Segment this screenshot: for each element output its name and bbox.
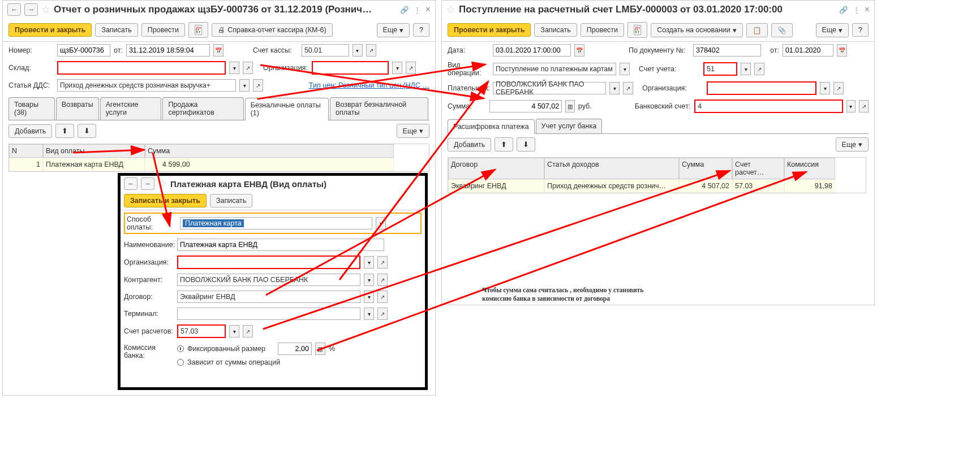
radio-fixed[interactable]: Фиксированный размер ▥ % xyxy=(177,343,335,355)
nav-fwd-button[interactable]: → xyxy=(141,177,154,190)
open-icon[interactable]: ↗ xyxy=(243,62,253,74)
calendar-icon[interactable]: 📅 xyxy=(837,44,847,57)
dropdown-icon[interactable]: ▾ xyxy=(846,100,856,112)
create-based-button[interactable]: Создать на основании ▾ xyxy=(651,23,743,37)
help-button[interactable]: ? xyxy=(852,23,869,37)
open-icon[interactable]: ↗ xyxy=(377,274,388,286)
price-type-link[interactable]: Тип цен: Розничный тип цен (НДС … xyxy=(309,81,429,89)
dt-kt-button[interactable]: ДтКт xyxy=(188,22,208,38)
payer-select[interactable]: ПОВОЛЖСКИЙ БАНК ПАО СБЕРБАНК xyxy=(493,82,606,94)
tab-bank-services[interactable]: Учет услуг банка xyxy=(536,119,603,133)
move-up-button[interactable]: ⬆ xyxy=(55,124,74,138)
account-select[interactable]: 50.01 xyxy=(302,44,349,57)
cell-sum[interactable]: 4 507,02 xyxy=(679,179,732,193)
dropdown-icon[interactable]: ▾ xyxy=(376,217,386,229)
cell-acc[interactable]: 57.03 xyxy=(732,179,784,193)
radio-depends[interactable]: Зависит от суммы операций xyxy=(177,358,335,366)
post-button[interactable]: Провести xyxy=(581,23,624,37)
org-select[interactable] xyxy=(312,61,389,75)
tab-cert[interactable]: Продажа сертификатов xyxy=(162,97,243,120)
tab-agent[interactable]: Агентские услуги xyxy=(100,97,162,120)
close-icon[interactable]: × xyxy=(425,5,431,15)
warehouse-select[interactable] xyxy=(57,61,226,75)
more-menu-icon[interactable]: ⋮ xyxy=(414,6,421,14)
open-icon[interactable]: ↗ xyxy=(833,82,844,94)
star-icon[interactable]: ☆ xyxy=(446,3,455,16)
dropdown-icon[interactable]: ▾ xyxy=(364,308,374,320)
date-input[interactable] xyxy=(126,44,210,57)
nav-back-button[interactable]: ← xyxy=(124,177,137,190)
dropdown-icon[interactable]: ▾ xyxy=(364,256,374,269)
add-button[interactable]: Добавить xyxy=(8,124,52,138)
more-menu-icon[interactable]: ⋮ xyxy=(853,6,860,14)
attach-button[interactable]: 📎 xyxy=(771,23,793,37)
help-button[interactable]: ? xyxy=(413,23,429,37)
post-button[interactable]: Провести xyxy=(141,23,185,37)
star-icon[interactable]: ☆ xyxy=(158,177,167,190)
link-icon[interactable]: 🔗 xyxy=(839,6,848,14)
dropdown-icon[interactable]: ▾ xyxy=(364,274,374,286)
sum-input[interactable] xyxy=(489,100,562,112)
cell-pay[interactable]: Платежная карта ЕНВД xyxy=(43,158,145,171)
acc-select[interactable]: 51 xyxy=(703,62,737,76)
org-select[interactable] xyxy=(707,81,816,95)
close-icon[interactable]: × xyxy=(865,5,870,15)
tab-goods[interactable]: Товары (38) xyxy=(8,97,55,120)
nav-back-button[interactable]: ← xyxy=(7,3,21,16)
fixed-rate-input[interactable] xyxy=(278,343,312,355)
open-icon[interactable]: ↗ xyxy=(366,44,376,57)
move-down-button[interactable]: ⬇ xyxy=(78,124,96,138)
calendar-icon[interactable]: 📅 xyxy=(574,44,584,57)
dropdown-icon[interactable]: ▾ xyxy=(353,44,363,57)
dropdown-icon[interactable]: ▾ xyxy=(609,82,620,94)
cell-sum[interactable]: 4 599,00 xyxy=(145,158,394,171)
counter-select[interactable]: ПОВОЛЖСКИЙ БАНК ПАО СБЕРБАНК xyxy=(177,274,360,286)
dropdown-icon[interactable]: ▾ xyxy=(620,63,630,75)
post-close-button[interactable]: Провести и закрыть xyxy=(8,23,92,37)
move-down-button[interactable]: ⬇ xyxy=(517,137,535,151)
cell-income[interactable]: Приход денежных средств рознич… xyxy=(544,179,679,193)
op-select[interactable]: Поступление по платежным картам xyxy=(493,63,616,75)
cell-contract[interactable]: Эквайринг ЕНВД xyxy=(448,179,544,193)
write-button[interactable]: Записать xyxy=(95,23,137,37)
calendar-icon[interactable]: 📅 xyxy=(213,44,223,57)
number-input[interactable] xyxy=(57,44,110,57)
tab-returns[interactable]: Возвраты xyxy=(56,97,99,120)
tab-noncash[interactable]: Безналичные оплаты (1) xyxy=(245,98,329,120)
nav-fwd-button[interactable]: → xyxy=(24,3,38,16)
open-icon[interactable]: ↗ xyxy=(253,79,263,92)
dropdown-icon[interactable]: ▾ xyxy=(239,79,250,92)
move-up-button[interactable]: ⬆ xyxy=(495,137,513,151)
add-button[interactable]: Добавить xyxy=(448,138,491,151)
dropdown-icon[interactable]: ▾ xyxy=(229,325,239,337)
more-button[interactable]: Еще ▾ xyxy=(377,23,410,37)
tab-noncash-return[interactable]: Возврат безналичной оплаты xyxy=(330,97,428,120)
open-icon[interactable]: ↗ xyxy=(406,62,416,74)
open-icon[interactable]: ↗ xyxy=(377,291,388,303)
tab-payment-detail[interactable]: Расшифровка платежа xyxy=(448,119,535,134)
open-icon[interactable]: ↗ xyxy=(754,63,764,75)
docnum-input[interactable] xyxy=(693,44,761,57)
cell-comm[interactable]: 91,98 xyxy=(784,179,835,193)
write-button[interactable]: Записать xyxy=(534,23,577,37)
cell-n[interactable]: 1 xyxy=(9,158,43,171)
from-date-input[interactable] xyxy=(783,44,833,57)
star-icon[interactable]: ☆ xyxy=(41,3,50,16)
org-select[interactable] xyxy=(177,256,360,269)
open-icon[interactable]: ↗ xyxy=(859,100,869,112)
more-button[interactable]: Еще ▾ xyxy=(397,124,429,138)
settle-select[interactable]: 57.03 xyxy=(177,324,226,338)
dropdown-icon[interactable]: ▾ xyxy=(229,62,239,74)
name-input[interactable] xyxy=(177,239,384,251)
report-button[interactable]: 🖨 Справка-отчет кассира (КМ-6) xyxy=(212,23,333,37)
open-icon[interactable]: ↗ xyxy=(377,256,388,269)
calc-icon[interactable]: ▥ xyxy=(315,343,325,355)
open-icon[interactable]: ↗ xyxy=(243,325,253,337)
register-button[interactable]: 📋 xyxy=(746,23,768,37)
method-select[interactable]: Платежная карта xyxy=(180,217,372,229)
save-close-button[interactable]: Записать и закрыть xyxy=(124,194,207,207)
dropdown-icon[interactable]: ▾ xyxy=(364,291,374,303)
post-close-button[interactable]: Провести и закрыть xyxy=(448,23,531,37)
bank-select[interactable]: 4 xyxy=(694,99,843,113)
calc-icon[interactable]: ▥ xyxy=(565,100,575,112)
